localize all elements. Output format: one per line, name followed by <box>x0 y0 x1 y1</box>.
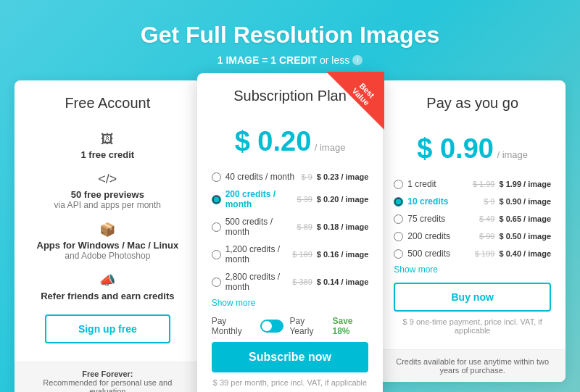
paygo-option-orig-2: $ 49 <box>479 214 494 223</box>
paygo-radio-0[interactable] <box>394 180 403 189</box>
subscription-option-3: 1,200 credits / month $ 189 $ 0.16 / ima… <box>212 241 369 268</box>
page-header: Get Full Resolution Images 1 IMAGE = 1 C… <box>141 22 440 66</box>
free-api-label: 50 free previews <box>29 189 186 200</box>
paygo-radio-2[interactable] <box>394 214 403 224</box>
save-badge: Save 18% <box>333 316 369 336</box>
subscription-option-0: 40 credits / month $ 9 $ 0.23 / image <box>212 168 369 185</box>
subscription-radio-4[interactable] <box>212 278 221 287</box>
subscription-price: $ 0.20 / image <box>212 126 369 157</box>
buy-button[interactable]: Buy now <box>394 283 551 312</box>
paygo-option-0: 1 credit $ 1.99 $ 1.99 / image <box>394 175 551 193</box>
free-feature-credit: 🖼 1 free credit <box>29 126 186 166</box>
paygo-option-label-3: 200 credits <box>407 231 479 241</box>
paygo-option-4: 500 credits $ 199 $ 0.40 / image <box>394 245 551 262</box>
paygo-option-label-1: 10 credits <box>407 196 484 207</box>
subscription-radio-2[interactable] <box>212 222 221 232</box>
subscription-price-amount: $ 0.20 <box>235 126 312 157</box>
paygo-option-3: 200 credits $ 99 $ 0.50 / image <box>394 228 551 245</box>
free-footer-text: Recommended for personal use and evaluat… <box>43 378 172 392</box>
paygo-option-final-0: $ 1.99 / image <box>499 180 551 188</box>
paygo-radio-1[interactable] <box>394 197 403 207</box>
paygo-card-body: $ 0.90 / image 1 credit $ 1.99 $ 1.99 / … <box>379 133 566 349</box>
subscription-show-more[interactable]: Show more <box>212 296 369 310</box>
code-icon: </> <box>29 172 186 187</box>
paygo-payment-note: $ 9 one-time payment, price incl. VAT, i… <box>394 317 551 335</box>
subtitle-or-less: or less <box>320 54 349 66</box>
best-value-text: BestValue <box>338 72 385 120</box>
paygo-radio-3[interactable] <box>394 232 403 241</box>
free-card-body: 🖼 1 free credit </> 50 free previews via… <box>14 126 201 362</box>
paygo-option-label-2: 75 credits <box>407 214 479 224</box>
subscription-option-final-3: $ 0.16 / image <box>317 250 369 259</box>
info-icon[interactable]: i <box>352 55 362 65</box>
subscription-option-orig-4: $ 389 <box>292 278 312 286</box>
paygo-option-final-1: $ 0.90 / image <box>499 197 551 206</box>
subscription-option-final-0: $ 0.23 / image <box>317 172 369 181</box>
subscription-payment-note: $ 39 per month, price incl. VAT, if appl… <box>212 378 369 387</box>
subscription-card-body: $ 0.20 / image 40 credits / month $ 9 $ … <box>197 126 384 392</box>
refer-icon: 📣 <box>29 272 186 288</box>
best-value-ribbon: BestValue <box>326 72 384 130</box>
paygo-option-orig-4: $ 199 <box>475 249 495 258</box>
subscription-option-label-2: 500 credits / month <box>225 217 297 237</box>
paygo-option-orig-0: $ 1.99 <box>473 180 495 188</box>
free-feature-refer: 📣 Refer friends and earn credits <box>29 267 186 307</box>
subscription-radio-0[interactable] <box>212 172 221 182</box>
pricing-cards: Free Account 🖼 1 free credit </> 50 free… <box>14 80 566 392</box>
paygo-option-final-4: $ 0.40 / image <box>499 249 551 258</box>
paygo-option-1: 10 credits $ 9 $ 0.90 / image <box>394 193 551 210</box>
free-feature-apps: 📦 Apps for Windows / Mac / Linux and Ado… <box>29 216 186 267</box>
subscription-price-per: / image <box>315 142 346 153</box>
signup-button[interactable]: Sign up free <box>45 314 170 343</box>
free-refer-label: Refer friends and earn credits <box>29 291 186 301</box>
apps-icon: 📦 <box>29 222 186 238</box>
subscription-option-orig-1: $ 39 <box>297 195 312 204</box>
paygo-option-label-4: 500 credits <box>407 249 475 259</box>
paygo-option-label-0: 1 credit <box>407 179 473 189</box>
subscription-card: BestValue Subscription Plan $ 0.20 / ima… <box>197 73 384 392</box>
subscription-option-1: 200 credits / month $ 39 $ 0.20 / image <box>212 185 369 213</box>
free-card: Free Account 🖼 1 free credit </> 50 free… <box>14 80 201 392</box>
free-card-footer: Free Forever: Recommended for personal u… <box>14 362 201 392</box>
subscription-option-label-3: 1,200 credits / month <box>225 244 293 264</box>
paygo-price-amount: $ 0.90 <box>417 133 494 164</box>
free-apps-label: Apps for Windows / Mac / Linux <box>29 240 186 251</box>
billing-toggle[interactable] <box>260 320 283 333</box>
subscription-option-final-1: $ 0.20 / image <box>317 195 369 204</box>
subscription-option-final-2: $ 0.18 / image <box>317 222 369 231</box>
subscription-option-label-4: 2,800 credits / month <box>225 272 293 292</box>
subscription-option-orig-0: $ 9 <box>302 172 312 181</box>
free-card-header: Free Account <box>14 80 201 126</box>
subtitle-credit: 1 IMAGE = 1 CREDIT <box>218 54 317 66</box>
toggle-row: Pay Monthly Pay Yearly Save 18% <box>212 316 369 336</box>
free-card-title: Free Account <box>29 95 186 112</box>
subscription-option-orig-2: $ 89 <box>297 222 312 231</box>
free-api-sublabel: via API and apps per month <box>29 200 186 210</box>
paygo-option-final-3: $ 0.50 / image <box>499 232 551 241</box>
paygo-card-header: Pay as you go <box>379 80 566 126</box>
paygo-show-more[interactable]: Show more <box>394 262 551 277</box>
subscription-radio-3[interactable] <box>212 250 221 259</box>
toggle-monthly-label: Pay Monthly <box>212 316 254 336</box>
paygo-footer-text: Credits available for use anytime within… <box>396 357 549 375</box>
subscription-option-final-4: $ 0.14 / image <box>317 278 369 286</box>
paygo-card-title: Pay as you go <box>394 95 551 112</box>
paygo-option-2: 75 credits $ 49 $ 0.65 / image <box>394 210 551 228</box>
toggle-yearly-label: Pay Yearly <box>289 316 326 336</box>
paygo-price-per: / image <box>497 149 528 160</box>
paygo-option-orig-1: $ 9 <box>484 197 494 206</box>
toggle-knob <box>262 321 272 331</box>
subscribe-button[interactable]: Subscribe now <box>212 342 369 372</box>
subscription-option-2: 500 credits / month $ 89 $ 0.18 / image <box>212 213 369 241</box>
subtitle: 1 IMAGE = 1 CREDIT or less i <box>141 54 440 66</box>
paygo-radio-4[interactable] <box>394 249 403 259</box>
subscription-option-orig-3: $ 189 <box>292 250 312 259</box>
page-title: Get Full Resolution Images <box>141 22 440 49</box>
image-icon: 🖼 <box>29 132 186 147</box>
subscription-radio-1[interactable] <box>212 195 221 204</box>
paygo-price: $ 0.90 / image <box>394 133 551 164</box>
free-feature-api: </> 50 free previews via API and apps pe… <box>29 166 186 216</box>
paygo-option-orig-3: $ 99 <box>479 232 494 241</box>
subscription-option-label-0: 40 credits / month <box>225 172 302 182</box>
paygo-card-footer: Credits available for use anytime within… <box>379 349 566 382</box>
